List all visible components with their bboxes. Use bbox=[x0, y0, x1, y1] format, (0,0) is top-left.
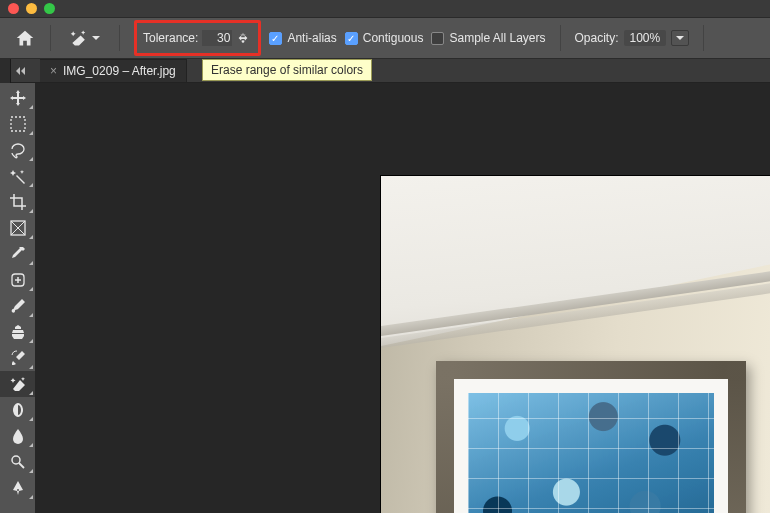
svg-rect-1 bbox=[11, 117, 25, 131]
contiguous-label: Contiguous bbox=[363, 31, 424, 45]
close-tab-icon[interactable]: × bbox=[50, 64, 57, 78]
magic-eraser-tool[interactable] bbox=[0, 371, 35, 397]
document-tab-name: IMG_0209 – After.jpg bbox=[63, 64, 176, 78]
opacity-value: 100% bbox=[630, 31, 661, 45]
magic-wand-tool[interactable] bbox=[0, 163, 35, 189]
pen-tool[interactable] bbox=[0, 475, 35, 501]
blur-tool[interactable] bbox=[0, 423, 35, 449]
frame-tool[interactable] bbox=[0, 215, 35, 241]
separator bbox=[50, 25, 51, 51]
move-tool[interactable] bbox=[0, 85, 35, 111]
brush-tool[interactable] bbox=[0, 293, 35, 319]
opacity-dropdown-button[interactable] bbox=[671, 30, 689, 46]
tolerance-tooltip: Erase range of similar colors bbox=[202, 59, 372, 81]
window-titlebar bbox=[0, 0, 770, 18]
magic-eraser-icon bbox=[69, 28, 89, 48]
canvas-area[interactable] bbox=[35, 83, 770, 513]
svg-point-4 bbox=[12, 456, 20, 464]
lasso-tool[interactable] bbox=[0, 137, 35, 163]
separator bbox=[119, 25, 120, 51]
tolerance-input[interactable] bbox=[202, 30, 232, 46]
home-button[interactable] bbox=[14, 28, 36, 48]
marquee-tool[interactable] bbox=[0, 111, 35, 137]
anti-alias-input[interactable] bbox=[269, 32, 282, 45]
dodge-tool[interactable] bbox=[0, 449, 35, 475]
separator bbox=[703, 25, 704, 51]
svg-point-0 bbox=[242, 40, 245, 43]
toolbox-collapse-button[interactable] bbox=[11, 59, 35, 83]
healing-brush-tool[interactable] bbox=[0, 267, 35, 293]
contiguous-checkbox[interactable]: Contiguous bbox=[345, 31, 424, 45]
eyedropper-tool[interactable] bbox=[0, 241, 35, 267]
window-minimize-button[interactable] bbox=[26, 3, 37, 14]
sample-all-layers-checkbox[interactable]: Sample All Layers bbox=[431, 31, 545, 45]
crop-tool[interactable] bbox=[0, 189, 35, 215]
document-tab[interactable]: × IMG_0209 – After.jpg bbox=[40, 59, 187, 82]
svg-point-5 bbox=[17, 489, 19, 491]
history-brush-tool[interactable] bbox=[0, 345, 35, 371]
opacity-value-field[interactable]: 100% bbox=[624, 30, 667, 46]
document-tabs: × IMG_0209 – After.jpg bbox=[0, 59, 770, 83]
scrubby-slider-icon[interactable] bbox=[236, 31, 250, 45]
image-frame-artwork bbox=[468, 393, 714, 513]
separator bbox=[560, 25, 561, 51]
chevron-down-icon bbox=[91, 33, 101, 43]
image-picture-frame bbox=[436, 361, 746, 513]
clone-stamp-tool[interactable] bbox=[0, 319, 35, 345]
sample-all-layers-label: Sample All Layers bbox=[449, 31, 545, 45]
tolerance-group: Tolerance: bbox=[134, 20, 261, 56]
toolbox bbox=[0, 83, 35, 513]
anti-alias-checkbox[interactable]: Anti-alias bbox=[269, 31, 336, 45]
window-close-button[interactable] bbox=[8, 3, 19, 14]
gradient-tool[interactable] bbox=[0, 397, 35, 423]
opacity-label: Opacity: bbox=[575, 31, 619, 45]
window-maximize-button[interactable] bbox=[44, 3, 55, 14]
anti-alias-label: Anti-alias bbox=[287, 31, 336, 45]
document-artboard bbox=[381, 176, 770, 513]
options-bar: Tolerance: Anti-alias Contiguous Sample … bbox=[0, 18, 770, 59]
contiguous-input[interactable] bbox=[345, 32, 358, 45]
sample-all-layers-input[interactable] bbox=[431, 32, 444, 45]
current-tool-indicator[interactable] bbox=[65, 26, 105, 50]
opacity-group: Opacity: 100% bbox=[575, 30, 690, 46]
chevron-down-icon bbox=[675, 33, 685, 43]
tolerance-label: Tolerance: bbox=[143, 31, 198, 45]
